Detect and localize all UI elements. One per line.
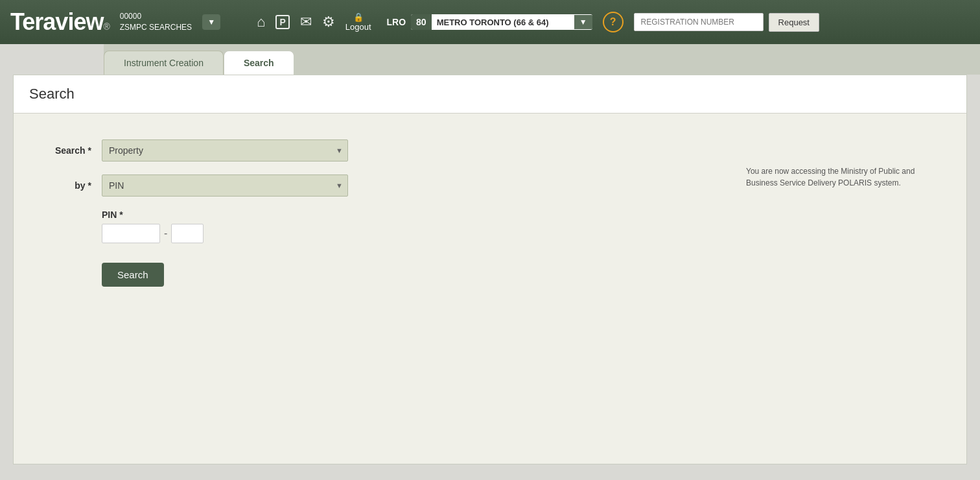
request-button[interactable]: Request [769, 13, 819, 32]
home-icon[interactable]: ⌂ [257, 14, 265, 30]
search-select[interactable]: Property Name Address Document [102, 139, 348, 162]
help-button[interactable]: ? [603, 12, 624, 32]
user-dropdown-button[interactable]: ▼ [202, 14, 220, 30]
search-button[interactable]: Search [102, 263, 164, 287]
lro-dropdown[interactable]: 80 METRO TORONTO (66 & 64) ▼ [411, 14, 592, 30]
pin-inputs: - [102, 224, 720, 243]
lro-name: METRO TORONTO (66 & 64) [432, 15, 574, 30]
by-select[interactable]: PIN Address Name [102, 174, 348, 197]
main-content: Search Search * Property Name Address Do… [0, 75, 980, 475]
pin-input-main[interactable] [102, 224, 160, 243]
tabs-area: Instrument Creation Search [104, 44, 980, 75]
logout-label: Logout [345, 22, 371, 32]
by-label: by * [40, 180, 91, 191]
app-logo: Teraview® [10, 8, 110, 36]
app-title: Teraview [10, 8, 103, 36]
by-row: by * PIN Address Name [40, 174, 720, 197]
content-header: Search [14, 75, 966, 114]
lock-icon: 🔒 [353, 12, 364, 22]
info-text: You are now accessing the Ministry of Pu… [746, 139, 940, 287]
lro-label: LRO [387, 17, 406, 27]
registration-number-input[interactable] [634, 13, 764, 31]
nav-icons: ⌂ P ✉ ⚙ [257, 14, 335, 30]
pin-input-suffix[interactable] [171, 224, 204, 243]
tab-instrument-creation[interactable]: Instrument Creation [104, 51, 224, 75]
pin-label: PIN * [102, 210, 720, 220]
header: Teraview® 00000 ZSMPC SEARCHES ▼ ⌂ P ✉ ⚙… [0, 0, 980, 44]
trademark: ® [103, 21, 109, 32]
lro-dropdown-arrow[interactable]: ▼ [574, 15, 592, 29]
content-panel: Search Search * Property Name Address Do… [13, 75, 967, 464]
logout-section[interactable]: 🔒 Logout [345, 12, 371, 32]
tab-search[interactable]: Search [224, 51, 294, 75]
form-and-info: Search * Property Name Address Document [40, 139, 940, 287]
search-select-wrapper: Property Name Address Document [102, 139, 348, 162]
form-section: Search * Property Name Address Document [40, 139, 720, 287]
settings-icon[interactable]: ⚙ [322, 14, 335, 30]
lro-section: LRO 80 METRO TORONTO (66 & 64) ▼ [387, 14, 592, 30]
parking-icon[interactable]: P [275, 15, 289, 29]
pin-section: PIN * - [102, 210, 720, 243]
page-title: Search [29, 86, 951, 102]
user-name: ZSMPC SEARCHES [120, 22, 192, 33]
registration-area: Request [634, 13, 819, 32]
user-info: 00000 ZSMPC SEARCHES [120, 11, 192, 33]
content-body: Search * Property Name Address Document [14, 114, 966, 464]
user-id: 00000 [120, 11, 192, 22]
pin-separator: - [164, 228, 167, 239]
search-row: Search * Property Name Address Document [40, 139, 720, 162]
lro-number: 80 [411, 14, 432, 30]
search-label: Search * [40, 145, 91, 156]
by-select-wrapper: PIN Address Name [102, 174, 348, 197]
mail-icon[interactable]: ✉ [300, 14, 312, 30]
